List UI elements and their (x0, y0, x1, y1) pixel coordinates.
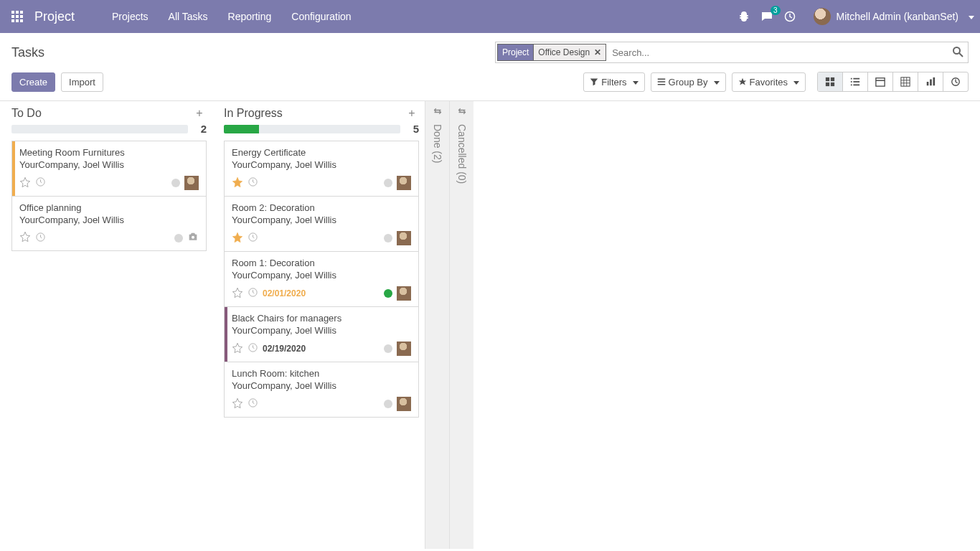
assignee-avatar-icon[interactable] (397, 176, 411, 190)
svg-rect-33 (930, 80, 932, 86)
nav-reporting[interactable]: Reporting (220, 6, 281, 27)
kanban-state-dot[interactable] (384, 344, 392, 353)
card-subtitle: YourCompany, Joel Willis (232, 215, 411, 225)
column-add-icon[interactable]: + (192, 107, 207, 120)
kanban-state-dot[interactable] (384, 179, 392, 187)
priority-star-icon[interactable] (232, 287, 243, 301)
svg-rect-25 (876, 78, 885, 86)
svg-rect-21 (851, 81, 852, 83)
filters-dropdown[interactable]: Filters (583, 72, 644, 92)
view-list-button[interactable] (843, 72, 868, 91)
activities-icon[interactable] (783, 10, 796, 23)
column-progress[interactable] (11, 125, 188, 133)
import-button[interactable]: Import (61, 72, 103, 92)
kanban-state-dot[interactable] (384, 400, 392, 408)
page-title: Tasks (11, 45, 44, 60)
group-by-dropdown[interactable]: Group By (651, 72, 726, 92)
kanban-state-dot[interactable] (174, 234, 183, 242)
svg-line-11 (959, 53, 963, 57)
camera-icon[interactable] (187, 231, 199, 245)
app-brand[interactable]: Project (34, 9, 75, 24)
priority-star-icon[interactable] (19, 176, 31, 190)
kanban-column-folded[interactable]: Done (2) (425, 101, 449, 549)
view-graph-button[interactable] (918, 72, 943, 91)
svg-rect-8 (20, 19, 23, 22)
card-title: Black Chairs for managers (232, 313, 411, 324)
assignee-avatar-icon[interactable] (397, 342, 411, 356)
activity-clock-icon[interactable] (35, 176, 46, 189)
column-title[interactable]: To Do (11, 107, 42, 120)
priority-star-icon[interactable] (19, 231, 31, 245)
nav-all-tasks[interactable]: All Tasks (160, 6, 217, 27)
card-stripe (12, 141, 15, 196)
assignee-avatar-icon[interactable] (397, 231, 411, 245)
svg-rect-19 (851, 78, 852, 80)
facet-value: Office Design ✕ (533, 44, 606, 61)
debug-icon[interactable] (738, 10, 750, 23)
kanban-state-dot[interactable] (384, 234, 392, 242)
kanban-state-dot[interactable] (171, 179, 180, 187)
kanban-column-folded[interactable]: Cancelled (0) (449, 101, 473, 549)
priority-star-icon[interactable] (232, 232, 243, 245)
apps-icon[interactable] (6, 5, 29, 28)
activity-clock-icon[interactable] (248, 176, 258, 189)
card-title: Office planning (19, 202, 199, 213)
user-avatar-icon (814, 8, 831, 25)
messages-icon[interactable]: 3 (760, 10, 773, 23)
systray: 3 Mitchell Admin (kanbanSet) (738, 8, 974, 25)
kanban-card[interactable]: Room 1: Decoration YourCompany, Joel Wil… (224, 252, 419, 307)
user-menu[interactable]: Mitchell Admin (kanbanSet) (814, 8, 974, 25)
view-activity-button[interactable] (943, 72, 968, 91)
facet-remove-icon[interactable]: ✕ (594, 47, 601, 57)
priority-star-icon[interactable] (232, 342, 243, 356)
card-deadline: 02/19/2020 (263, 344, 306, 354)
kanban-card[interactable]: Room 2: Decoration YourCompany, Joel Wil… (224, 197, 419, 252)
filters-label: Filters (601, 77, 626, 88)
create-button[interactable]: Create (11, 72, 55, 92)
favorites-dropdown[interactable]: Favorites (732, 72, 806, 92)
search-input[interactable] (608, 42, 968, 62)
svg-rect-2 (20, 11, 23, 14)
activity-clock-icon[interactable] (248, 287, 258, 300)
svg-rect-32 (927, 82, 929, 85)
user-name: Mitchell Admin (kanbanSet) (837, 11, 958, 22)
assignee-avatar-icon[interactable] (184, 176, 199, 190)
search-icon[interactable] (952, 46, 963, 60)
nav-configuration[interactable]: Configuration (283, 6, 359, 27)
svg-rect-0 (11, 11, 14, 14)
activity-clock-icon[interactable] (248, 342, 258, 355)
priority-star-icon[interactable] (232, 397, 243, 411)
view-pivot-button[interactable] (893, 72, 918, 91)
search-box[interactable]: Project Office Design ✕ (495, 42, 969, 63)
column-progress[interactable] (224, 125, 400, 133)
view-calendar-button[interactable] (868, 72, 893, 91)
activity-clock-icon[interactable] (35, 232, 46, 245)
kanban-state-dot[interactable] (384, 289, 392, 298)
card-title: Lunch Room: kitchen (232, 368, 411, 379)
kanban-column: In Progress + 5 Energy Certificate YourC… (212, 101, 425, 549)
svg-rect-17 (826, 83, 829, 86)
card-subtitle: YourCompany, Joel Willis (19, 159, 199, 170)
group-by-label: Group By (669, 77, 708, 88)
view-switcher (817, 72, 969, 92)
kanban-card[interactable]: Meeting Room Furnitures YourCompany, Joe… (11, 141, 207, 197)
activity-clock-icon[interactable] (248, 232, 258, 245)
assignee-avatar-icon[interactable] (397, 286, 411, 301)
nav-projects[interactable]: Projects (103, 6, 157, 27)
view-kanban-button[interactable] (818, 72, 843, 91)
svg-rect-34 (933, 77, 936, 85)
svg-rect-18 (831, 83, 834, 86)
facet-label: Project (497, 44, 533, 61)
column-title[interactable]: In Progress (224, 107, 283, 120)
svg-rect-12 (657, 79, 665, 80)
assignee-avatar-icon[interactable] (397, 397, 411, 411)
search-facet: Project Office Design ✕ (497, 44, 606, 61)
kanban-card[interactable]: Black Chairs for managers YourCompany, J… (224, 307, 419, 362)
kanban-card[interactable]: Lunch Room: kitchen YourCompany, Joel Wi… (224, 362, 419, 418)
cp-buttons: Create Import (11, 72, 103, 92)
priority-star-icon[interactable] (232, 176, 243, 190)
kanban-card[interactable]: Energy Certificate YourCompany, Joel Wil… (224, 141, 419, 197)
kanban-card[interactable]: Office planning YourCompany, Joel Willis (11, 197, 207, 251)
activity-clock-icon[interactable] (248, 397, 258, 410)
column-add-icon[interactable]: + (405, 107, 419, 120)
